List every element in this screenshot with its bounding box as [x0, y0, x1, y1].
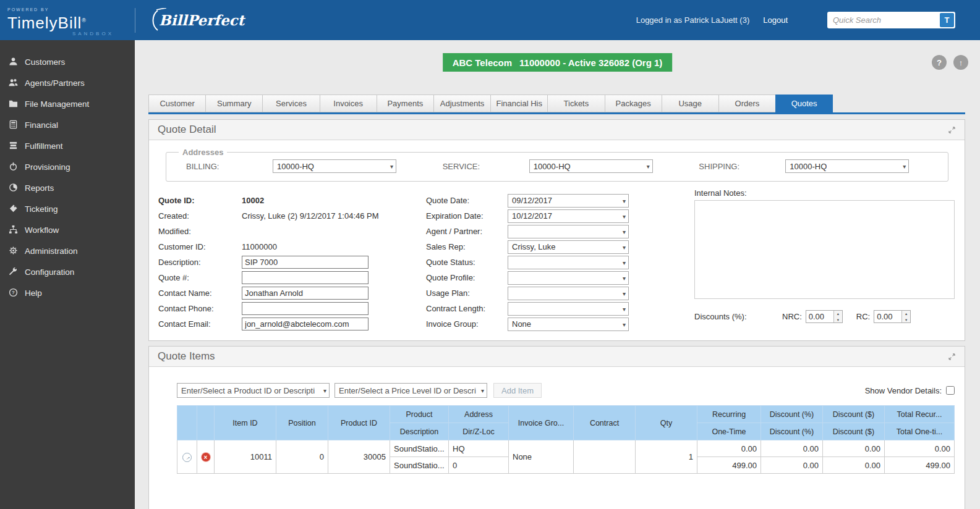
customer-id-value: 11000000 [242, 242, 277, 251]
internal-notes-textarea[interactable] [694, 200, 955, 299]
svg-text:?: ? [12, 290, 15, 295]
tab-payments[interactable]: Payments [377, 95, 434, 112]
agent-partner-select[interactable]: ▾ [508, 225, 629, 238]
billing-address-select[interactable]: 10000-HQ ▾ [273, 159, 396, 173]
spinner-up-icon[interactable]: ▴ [902, 311, 910, 317]
logged-in-user[interactable]: Logged in as Patrick LaJuett (3) [636, 15, 750, 25]
col-open [177, 406, 197, 440]
chevron-down-icon: ▾ [623, 321, 626, 327]
quote-status-label: Quote Status: [426, 258, 508, 267]
col-delete [197, 406, 215, 440]
tab-adjustments[interactable]: Adjustments [433, 95, 491, 112]
description-input[interactable] [242, 256, 369, 269]
top-header: POWERED BY TimelyBill® SANDBOX BillPerfe… [0, 0, 980, 40]
chevron-down-icon: ▾ [623, 228, 626, 235]
quick-search-button[interactable]: T [940, 13, 954, 27]
tab-usage[interactable]: Usage [662, 95, 719, 112]
question-icon: ? [937, 58, 942, 67]
sales-rep-label: Sales Rep: [426, 242, 508, 251]
sidebar-item-customers[interactable]: Customers [0, 51, 135, 72]
sidebar-item-label: Workflow [25, 225, 59, 235]
contact-email-input[interactable] [242, 318, 369, 330]
help-circle-button[interactable]: ? [932, 55, 947, 70]
tab-summary[interactable]: Summary [205, 95, 263, 112]
tab-packages[interactable]: Packages [605, 95, 662, 112]
spinner-up-icon[interactable]: ▴ [834, 311, 842, 317]
quote-status-select[interactable]: ▾ [508, 256, 629, 269]
contract-length-label: Contract Length: [426, 304, 508, 313]
col-position: Position [276, 406, 328, 440]
sidebar-item-file-management[interactable]: File Management [0, 93, 135, 114]
billperfect-text: BillPerfect [159, 12, 244, 28]
contract-length-select[interactable]: ▾ [508, 302, 629, 316]
sidebar-item-ticketing[interactable]: Ticketing [0, 198, 135, 219]
invoice-group-select[interactable]: None▾ [508, 318, 629, 331]
spinner-down-icon[interactable]: ▾ [834, 317, 842, 323]
person-icon [9, 57, 19, 67]
col-invoice-group: Invoice Gro... [509, 406, 574, 440]
price-level-combo[interactable]: Enter/Select a Price Level ID or Descri … [334, 383, 487, 398]
chevron-down-icon: ▾ [623, 274, 626, 281]
expiration-date-select[interactable]: 10/12/2017▾ [508, 209, 629, 223]
tab-financial-history[interactable]: Financial His [490, 95, 548, 112]
created-value: Crissy, Luke (2) 9/12/2017 1:04:46 PM [242, 211, 379, 221]
product-combo[interactable]: Enter/Select a Product ID or Descripti ▾ [177, 383, 330, 398]
tab-orders[interactable]: Orders [718, 95, 776, 112]
logout-link[interactable]: Logout [763, 15, 788, 25]
qty-cell: 1 [636, 440, 697, 474]
show-vendor-checkbox[interactable] [946, 386, 955, 395]
sidebar-item-fulfillment[interactable]: Fulfillment [0, 135, 135, 156]
collapse-panel-icon[interactable] [948, 126, 956, 134]
rc-input[interactable] [874, 311, 901, 322]
discount-usd-ot-cell: 0.00 [823, 457, 885, 474]
quote-date-select[interactable]: 09/12/2017▾ [508, 194, 629, 208]
people-icon [9, 78, 19, 88]
tab-customer[interactable]: Customer [148, 95, 206, 112]
nrc-input[interactable] [806, 311, 833, 322]
sidebar-item-help[interactable]: ? Help [0, 282, 135, 303]
open-row-icon[interactable]: → [182, 453, 192, 462]
service-address-select[interactable]: 10000-HQ ▾ [529, 159, 653, 173]
scroll-top-button[interactable]: ↑ [953, 55, 968, 70]
collapse-panel-icon[interactable] [948, 353, 956, 361]
col-qty: Qty [636, 406, 697, 440]
sales-rep-select[interactable]: Crissy, Luke▾ [508, 240, 629, 254]
sidebar-item-provisioning[interactable]: Provisioning [0, 156, 135, 177]
sidebar-item-financial[interactable]: Financial [0, 114, 135, 135]
delete-row-icon[interactable]: × [202, 453, 210, 461]
add-item-button[interactable]: Add Item [493, 383, 542, 398]
shipping-address-select[interactable]: 10000-HQ ▾ [785, 159, 909, 173]
tab-quotes[interactable]: Quotes [775, 95, 833, 112]
usage-plan-select[interactable]: ▾ [508, 287, 629, 300]
sidebar-item-configuration[interactable]: Configuration [0, 261, 135, 282]
internal-notes-label: Internal Notes: [694, 188, 955, 198]
spinner-down-icon[interactable]: ▾ [902, 317, 910, 323]
tab-services[interactable]: Services [262, 95, 320, 112]
nrc-spinner: ▴▾ [806, 310, 843, 323]
tab-invoices[interactable]: Invoices [320, 95, 377, 112]
row-open-cell: → [177, 440, 197, 474]
workflow-icon [9, 225, 19, 235]
row-delete-cell: × [197, 440, 215, 474]
quote-number-input[interactable] [242, 271, 369, 284]
quick-search-input[interactable] [827, 12, 955, 28]
sidebar-item-label: File Management [25, 99, 89, 109]
col-product: Product [390, 406, 449, 423]
sidebar-item-agents-partners[interactable]: Agents/Partners [0, 72, 135, 93]
quote-items-table: Item ID Position Product ID Product Addr… [177, 405, 955, 474]
sidebar-item-label: Administration [25, 246, 78, 256]
contact-phone-input[interactable] [242, 302, 369, 315]
sidebar-item-reports[interactable]: Reports [0, 177, 135, 198]
rc-spinner: ▴▾ [874, 310, 911, 323]
quote-profile-select[interactable]: ▾ [508, 271, 629, 285]
sidebar-item-workflow[interactable]: Workflow [0, 219, 135, 240]
tab-tickets[interactable]: Tickets [547, 95, 605, 112]
sidebar-item-administration[interactable]: Administration [0, 240, 135, 261]
contact-name-input[interactable] [242, 287, 369, 300]
recurring-cell: 0.00 [697, 440, 761, 457]
quote-fields-left: Quote ID:10002 Created:Crissy, Luke (2) … [158, 193, 426, 332]
billperfect-swoosh-icon [148, 8, 166, 32]
discount-pct-ot-cell: 0.00 [761, 457, 823, 474]
quote-fields-middle: Quote Date: 09/12/2017▾ Expiration Date:… [426, 193, 694, 332]
shipping-label: SHIPPING: [699, 162, 785, 171]
